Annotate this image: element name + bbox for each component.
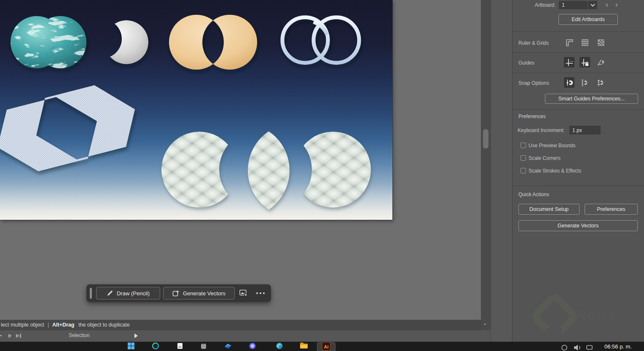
watermark: Ploria [531, 291, 641, 342]
separator [513, 52, 644, 53]
panel-dock-spacer [491, 0, 512, 342]
document-icon [176, 342, 184, 350]
search-button[interactable] [151, 342, 160, 351]
quick-actions-heading: Quick Actions [518, 192, 549, 197]
blue-app-icon [224, 342, 232, 350]
copilot-icon [249, 342, 256, 350]
keyboard-increment-field[interactable]: 1 px [569, 126, 601, 135]
widgets-button[interactable] [175, 342, 185, 351]
chevron-down-icon [590, 4, 595, 7]
status-flyout-icon[interactable] [134, 333, 139, 339]
ruler-icon [565, 38, 574, 47]
reference-image-button[interactable] [237, 288, 250, 299]
scale-strokes-effects-checkbox[interactable] [521, 168, 526, 173]
dot-icon [263, 292, 265, 294]
artboard-label: Artboard: [535, 2, 555, 8]
scrollbar-corner [481, 330, 491, 342]
show-guides-button[interactable] [564, 57, 574, 68]
artboard-nav-icons[interactable] [0, 333, 22, 339]
draw-pencil-label: Draw (Pencil) [117, 290, 150, 297]
hint-divider: | [48, 320, 49, 330]
pencil-icon [107, 290, 113, 297]
system-tray[interactable] [561, 343, 598, 351]
draw-pencil-button[interactable]: Draw (Pencil) [96, 287, 160, 300]
edit-artboards-button[interactable]: Edit Artboards [558, 14, 618, 25]
smart-guides-preferences-button[interactable]: Smart Guides Preferences... [545, 94, 638, 104]
properties-panel: Artboard: 1 Edit Artboards Ruler & Grids [512, 0, 644, 342]
snap-to-grid-icon [580, 78, 590, 87]
onedrive-button[interactable] [223, 342, 233, 351]
status-bar: Selection ❮ ❯ [0, 330, 481, 342]
snap-to-point-button[interactable] [564, 77, 574, 88]
hint-bar: lect multiple object | Alt+Drag the obje… [0, 320, 481, 330]
copilot-button[interactable] [248, 342, 257, 351]
gear-app-icon [200, 342, 207, 350]
canvas-pasteboard[interactable]: Draw (Pencil) Generate Vectors [0, 0, 481, 320]
keyboard-increment-label: Keyboard Increment: [518, 127, 564, 133]
windows-taskbar: Ai 06:56 p. m. [0, 342, 644, 351]
lock-guides-button[interactable] [580, 57, 590, 68]
app-gray-button[interactable] [199, 342, 208, 351]
next-artboard-icon[interactable] [614, 2, 620, 8]
scale-corners-label: Scale Corners [529, 155, 561, 161]
contextual-task-bar: Draw (Pencil) Generate Vectors [86, 284, 271, 302]
hint-text-start: lect multiple object [1, 320, 44, 330]
grain-overlay [0, 0, 392, 220]
image-add-icon [239, 289, 248, 297]
file-explorer-button[interactable] [299, 342, 309, 351]
folder-icon [300, 342, 308, 349]
scroll-down-icon[interactable]: ⌄ [483, 321, 487, 326]
status-tool-name[interactable]: Selection [69, 332, 89, 338]
hint-shortcut: Alt+Drag [52, 320, 74, 330]
preferences-button[interactable]: Preferences [585, 204, 638, 215]
last-artboard-icon [16, 334, 21, 338]
volume-icon [574, 345, 580, 351]
start-button[interactable] [126, 342, 136, 351]
grid-icon [580, 38, 590, 47]
smart-guides-button[interactable] [596, 57, 606, 68]
use-preview-bounds-checkbox[interactable] [521, 143, 526, 148]
network-icon [562, 345, 567, 350]
snap-options-label: Snap Options [518, 80, 549, 86]
artboard-select[interactable]: 1 [559, 1, 588, 9]
smart-guides-icon [596, 58, 606, 67]
snap-to-pixel-button[interactable] [596, 77, 606, 88]
guides-label: Guides [518, 60, 534, 66]
generate-vectors-button[interactable]: Generate Vectors [518, 220, 638, 231]
generate-vectors-label: Generate Vectors [183, 290, 225, 297]
watermark-text: Ploria [572, 307, 616, 324]
illustrator-button[interactable]: Ai [322, 342, 331, 351]
edge-button[interactable] [275, 342, 284, 351]
generate-vectors-button-ctx[interactable]: Generate Vectors [163, 287, 235, 300]
snap-to-grid-button[interactable] [580, 77, 590, 88]
show-grid-button[interactable] [580, 37, 590, 48]
snap-to-pixel-icon [596, 78, 606, 87]
artboard-dropdown-button[interactable] [588, 1, 597, 9]
edge-icon [276, 342, 283, 350]
vertical-scrollbar-thumb[interactable] [483, 129, 488, 148]
document-setup-button[interactable]: Document Setup [518, 204, 580, 215]
separator [513, 186, 644, 186]
prev-artboard-icon[interactable] [604, 2, 609, 8]
vertical-scrollbar[interactable]: ⌄ [481, 0, 491, 330]
dot-icon [260, 292, 261, 294]
lock-guides-icon [580, 58, 590, 67]
separator [513, 31, 644, 32]
ai-logo-text: Ai [324, 344, 329, 349]
scale-corners-checkbox[interactable] [521, 155, 526, 161]
battery-icon [587, 346, 592, 349]
use-preview-bounds-label: Use Preview Bounds [529, 143, 575, 148]
watermark-logo-icon [531, 291, 578, 342]
next-artboard-icon [8, 334, 12, 338]
drag-handle[interactable] [90, 288, 92, 299]
hint-text-end: the object to duplicate [78, 320, 130, 330]
separator [513, 109, 644, 110]
illustrator-window: Draw (Pencil) Generate Vectors [0, 0, 644, 351]
show-transparency-grid-button[interactable] [596, 37, 606, 48]
more-options-button[interactable] [253, 288, 268, 299]
clock[interactable]: 06:56 p. m. [604, 343, 632, 350]
show-rulers-button[interactable] [564, 37, 574, 48]
illustrator-icon: Ai [322, 342, 330, 351]
preferences-heading: Preferences [518, 113, 546, 119]
snap-to-point-icon [565, 78, 574, 87]
